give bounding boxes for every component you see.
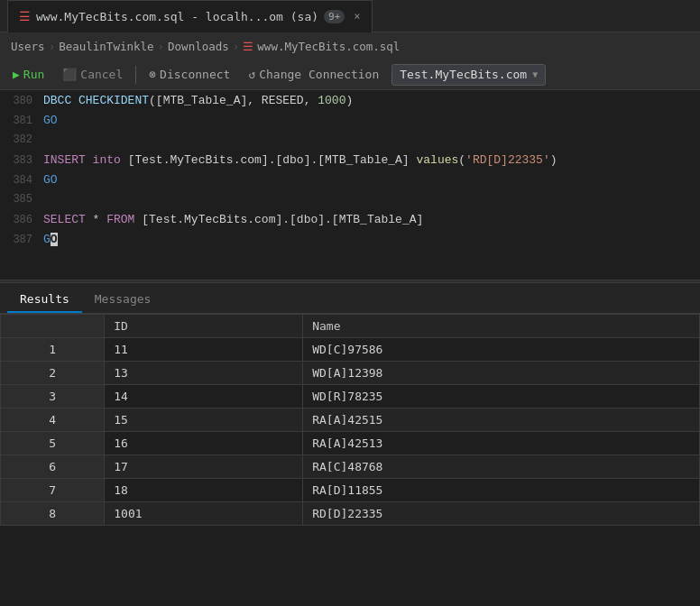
cell-rownum: 3 bbox=[1, 385, 105, 409]
line-number-384: 384 bbox=[0, 174, 43, 187]
col-header-id: ID bbox=[105, 315, 303, 338]
connection-dropdown[interactable]: Test.MyTecBits.com ▼ bbox=[391, 64, 546, 86]
results-table-wrapper: ID Name 1 11 WD[C]97586 2 13 WD[A]12398 … bbox=[0, 314, 700, 526]
results-tab-bar: Results Messages bbox=[0, 283, 700, 314]
cell-rownum: 1 bbox=[1, 338, 105, 362]
active-tab[interactable]: ☰ www.MyTecBits.com.sql - localh...om (s… bbox=[7, 0, 373, 32]
cancel-icon: ⬛ bbox=[62, 68, 77, 81]
breadcrumb-file-icon: ☰ bbox=[243, 40, 253, 53]
cell-rownum: 8 bbox=[1, 502, 105, 526]
dropdown-arrow-icon: ▼ bbox=[532, 69, 538, 79]
disconnect-button[interactable]: ⊗ Disconnect bbox=[143, 66, 235, 83]
line-number-382: 382 bbox=[0, 133, 43, 146]
cell-rownum: 6 bbox=[1, 455, 105, 479]
table-row: 8 1001 RD[D]22335 bbox=[1, 502, 700, 526]
toolbar: ▶ Run ⬛ Cancel ⊗ Disconnect ↺ Change Con… bbox=[0, 60, 700, 90]
connection-name: Test.MyTecBits.com bbox=[400, 68, 527, 81]
table-row: 7 18 RA[D]11855 bbox=[1, 479, 700, 502]
table-header-row: ID Name bbox=[1, 315, 700, 338]
code-line-382: 382 bbox=[0, 133, 700, 153]
code-line-385: 385 bbox=[0, 193, 700, 213]
cell-name: WD[R]78235 bbox=[303, 385, 700, 409]
cancel-button[interactable]: ⬛ Cancel bbox=[57, 66, 128, 83]
breadcrumb-sep-3: › bbox=[233, 40, 240, 53]
run-label: Run bbox=[23, 68, 44, 81]
breadcrumb-sep-1: › bbox=[49, 40, 56, 53]
cell-name: RD[D]22335 bbox=[303, 502, 700, 526]
run-icon: ▶ bbox=[13, 68, 20, 81]
line-number-383: 383 bbox=[0, 154, 43, 167]
cell-name: WD[C]97586 bbox=[303, 338, 700, 362]
cell-name: RA[A]42513 bbox=[303, 432, 700, 455]
change-connection-button[interactable]: ↺ Change Connection bbox=[243, 66, 384, 83]
disconnect-icon: ⊗ bbox=[149, 68, 156, 81]
cell-id: 15 bbox=[105, 409, 303, 432]
code-editor[interactable]: 380 DBCC CHECKIDENT([MTB_Table_A], RESEE… bbox=[0, 90, 700, 280]
cell-name: RA[C]48768 bbox=[303, 455, 700, 479]
code-line-386: 386 SELECT * FROM [Test.MyTecBits.com].[… bbox=[0, 213, 700, 233]
breadcrumb: Users › BeaulinTwinkle › Downloads › ☰ w… bbox=[0, 32, 700, 60]
cell-id: 16 bbox=[105, 432, 303, 455]
line-number-381: 381 bbox=[0, 115, 43, 127]
breadcrumb-users: Users bbox=[11, 40, 45, 53]
cell-rownum: 5 bbox=[1, 432, 105, 455]
table-row: 1 11 WD[C]97586 bbox=[1, 338, 700, 362]
col-header-name: Name bbox=[303, 315, 700, 338]
code-line-381: 381 GO bbox=[0, 114, 700, 133]
change-conn-icon: ↺ bbox=[248, 68, 255, 81]
table-row: 2 13 WD[A]12398 bbox=[1, 362, 700, 385]
cell-id: 13 bbox=[105, 362, 303, 385]
tab-messages[interactable]: Messages bbox=[82, 287, 164, 313]
cell-rownum: 4 bbox=[1, 409, 105, 432]
cell-id: 18 bbox=[105, 479, 303, 502]
cancel-label: Cancel bbox=[80, 68, 123, 81]
breadcrumb-downloads: Downloads bbox=[168, 40, 229, 53]
cell-id: 11 bbox=[105, 338, 303, 362]
tab-results[interactable]: Results bbox=[7, 287, 82, 313]
line-number-380: 380 bbox=[0, 95, 43, 107]
results-panel: Results Messages ID Name 1 11 WD[C]97586… bbox=[0, 283, 700, 526]
code-line-383: 383 INSERT into [Test.MyTecBits.com].[db… bbox=[0, 153, 700, 173]
table-row: 3 14 WD[R]78235 bbox=[1, 385, 700, 409]
cell-id: 1001 bbox=[105, 502, 303, 526]
code-line-384: 384 GO bbox=[0, 173, 700, 193]
change-conn-label: Change Connection bbox=[259, 68, 379, 81]
cell-id: 17 bbox=[105, 455, 303, 479]
line-number-385: 385 bbox=[0, 193, 43, 206]
disconnect-label: Disconnect bbox=[160, 68, 230, 81]
cell-id: 14 bbox=[105, 385, 303, 409]
tab-bar: ☰ www.MyTecBits.com.sql - localh...om (s… bbox=[0, 0, 700, 32]
tab-title: www.MyTecBits.com.sql - localh...om (sa) bbox=[36, 10, 318, 23]
line-number-387: 387 bbox=[0, 234, 43, 246]
col-header-rownum bbox=[1, 315, 105, 338]
cell-name: WD[A]12398 bbox=[303, 362, 700, 385]
toolbar-separator-1 bbox=[135, 66, 136, 84]
code-line-380: 380 DBCC CHECKIDENT([MTB_Table_A], RESEE… bbox=[0, 94, 700, 114]
code-line-387: 387 GO bbox=[0, 233, 700, 252]
sql-file-icon: ☰ bbox=[19, 9, 31, 23]
results-table: ID Name 1 11 WD[C]97586 2 13 WD[A]12398 … bbox=[0, 314, 700, 526]
cell-name: RA[D]11855 bbox=[303, 479, 700, 502]
tab-close-button[interactable]: × bbox=[354, 10, 360, 23]
breadcrumb-file: www.MyTecBits.com.sql bbox=[257, 40, 400, 53]
line-number-386: 386 bbox=[0, 214, 43, 226]
table-row: 4 15 RA[A]42515 bbox=[1, 409, 700, 432]
cell-rownum: 2 bbox=[1, 362, 105, 385]
table-row: 5 16 RA[A]42513 bbox=[1, 432, 700, 455]
cell-rownum: 7 bbox=[1, 479, 105, 502]
tab-badge: 9+ bbox=[324, 10, 345, 23]
breadcrumb-beaulin: BeaulinTwinkle bbox=[59, 40, 153, 53]
run-button[interactable]: ▶ Run bbox=[7, 66, 50, 83]
breadcrumb-sep-2: › bbox=[158, 40, 165, 53]
cell-name: RA[A]42515 bbox=[303, 409, 700, 432]
table-row: 6 17 RA[C]48768 bbox=[1, 455, 700, 479]
